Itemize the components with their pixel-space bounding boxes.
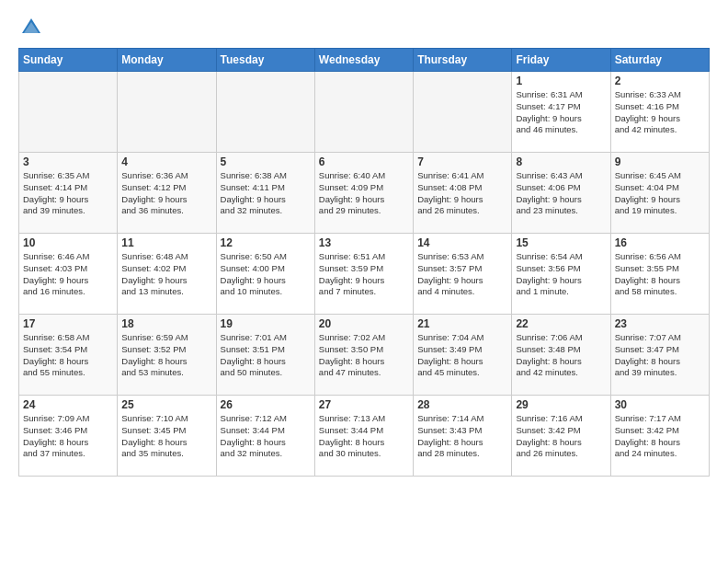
calendar-header-tuesday: Tuesday	[216, 49, 314, 72]
day-info: Sunrise: 6:35 AM Sunset: 4:14 PM Dayligh…	[23, 170, 113, 217]
calendar-cell: 18Sunrise: 6:59 AM Sunset: 3:52 PM Dayli…	[118, 315, 216, 396]
calendar-cell: 2Sunrise: 6:33 AM Sunset: 4:16 PM Daylig…	[610, 72, 709, 153]
calendar-cell: 29Sunrise: 7:16 AM Sunset: 3:42 PM Dayli…	[512, 396, 610, 477]
day-info: Sunrise: 6:43 AM Sunset: 4:06 PM Dayligh…	[516, 170, 606, 217]
calendar-cell: 8Sunrise: 6:43 AM Sunset: 4:06 PM Daylig…	[512, 153, 610, 234]
calendar-cell: 27Sunrise: 7:13 AM Sunset: 3:44 PM Dayli…	[314, 396, 413, 477]
day-number: 25	[121, 398, 211, 411]
day-number: 22	[516, 317, 606, 330]
day-info: Sunrise: 6:41 AM Sunset: 4:08 PM Dayligh…	[417, 170, 507, 217]
page: SundayMondayTuesdayWednesdayThursdayFrid…	[0, 0, 728, 563]
day-number: 14	[417, 236, 507, 249]
day-number: 16	[615, 236, 705, 249]
calendar-header-friday: Friday	[512, 49, 610, 72]
calendar-cell	[19, 72, 118, 153]
day-info: Sunrise: 6:54 AM Sunset: 3:56 PM Dayligh…	[516, 251, 606, 298]
calendar-cell: 30Sunrise: 7:17 AM Sunset: 3:42 PM Dayli…	[610, 396, 709, 477]
day-number: 26	[221, 398, 311, 411]
day-number: 24	[23, 398, 113, 411]
logo	[18, 15, 48, 40]
calendar-cell: 11Sunrise: 6:48 AM Sunset: 4:02 PM Dayli…	[118, 234, 216, 315]
day-number: 5	[221, 155, 311, 168]
calendar-cell: 9Sunrise: 6:45 AM Sunset: 4:04 PM Daylig…	[610, 153, 709, 234]
day-info: Sunrise: 7:02 AM Sunset: 3:50 PM Dayligh…	[319, 332, 409, 379]
day-number: 7	[417, 155, 507, 168]
day-number: 9	[615, 155, 705, 168]
day-info: Sunrise: 7:10 AM Sunset: 3:45 PM Dayligh…	[121, 413, 211, 460]
calendar-cell: 13Sunrise: 6:51 AM Sunset: 3:59 PM Dayli…	[314, 234, 413, 315]
day-info: Sunrise: 7:16 AM Sunset: 3:42 PM Dayligh…	[516, 413, 606, 460]
day-number: 10	[23, 236, 113, 249]
day-number: 6	[319, 155, 409, 168]
day-number: 27	[319, 398, 409, 411]
day-info: Sunrise: 6:40 AM Sunset: 4:09 PM Dayligh…	[319, 170, 409, 217]
day-info: Sunrise: 6:50 AM Sunset: 4:00 PM Dayligh…	[221, 251, 311, 298]
day-number: 4	[121, 155, 211, 168]
day-info: Sunrise: 6:45 AM Sunset: 4:04 PM Dayligh…	[615, 170, 705, 217]
day-info: Sunrise: 7:07 AM Sunset: 3:47 PM Dayligh…	[615, 332, 705, 379]
day-info: Sunrise: 6:59 AM Sunset: 3:52 PM Dayligh…	[121, 332, 211, 379]
calendar-cell: 3Sunrise: 6:35 AM Sunset: 4:14 PM Daylig…	[19, 153, 118, 234]
day-number: 2	[615, 75, 705, 87]
calendar-cell: 14Sunrise: 6:53 AM Sunset: 3:57 PM Dayli…	[414, 234, 512, 315]
calendar-cell	[314, 72, 413, 153]
day-info: Sunrise: 6:33 AM Sunset: 4:16 PM Dayligh…	[615, 89, 705, 136]
day-number: 12	[221, 236, 311, 249]
day-number: 3	[23, 155, 113, 168]
day-number: 28	[417, 398, 507, 411]
day-number: 15	[516, 236, 606, 249]
logo-icon	[18, 15, 44, 40]
calendar-week-2: 10Sunrise: 6:46 AM Sunset: 4:03 PM Dayli…	[19, 234, 710, 315]
day-info: Sunrise: 6:53 AM Sunset: 3:57 PM Dayligh…	[417, 251, 507, 298]
calendar-header-thursday: Thursday	[414, 49, 512, 72]
day-info: Sunrise: 6:46 AM Sunset: 4:03 PM Dayligh…	[23, 251, 113, 298]
calendar-cell: 6Sunrise: 6:40 AM Sunset: 4:09 PM Daylig…	[314, 153, 413, 234]
calendar: SundayMondayTuesdayWednesdayThursdayFrid…	[18, 48, 710, 477]
calendar-cell	[216, 72, 314, 153]
calendar-week-0: 1Sunrise: 6:31 AM Sunset: 4:17 PM Daylig…	[19, 72, 710, 153]
calendar-cell: 7Sunrise: 6:41 AM Sunset: 4:08 PM Daylig…	[414, 153, 512, 234]
day-number: 29	[516, 398, 606, 411]
header	[18, 15, 710, 40]
calendar-week-3: 17Sunrise: 6:58 AM Sunset: 3:54 PM Dayli…	[19, 315, 710, 396]
day-info: Sunrise: 7:14 AM Sunset: 3:43 PM Dayligh…	[417, 413, 507, 460]
day-info: Sunrise: 7:17 AM Sunset: 3:42 PM Dayligh…	[615, 413, 705, 460]
calendar-header-row: SundayMondayTuesdayWednesdayThursdayFrid…	[19, 49, 710, 72]
calendar-cell: 17Sunrise: 6:58 AM Sunset: 3:54 PM Dayli…	[19, 315, 118, 396]
day-info: Sunrise: 6:51 AM Sunset: 3:59 PM Dayligh…	[319, 251, 409, 298]
calendar-cell: 23Sunrise: 7:07 AM Sunset: 3:47 PM Dayli…	[610, 315, 709, 396]
day-number: 23	[615, 317, 705, 330]
day-info: Sunrise: 7:04 AM Sunset: 3:49 PM Dayligh…	[417, 332, 507, 379]
calendar-header-monday: Monday	[118, 49, 216, 72]
calendar-header-saturday: Saturday	[610, 49, 709, 72]
calendar-cell: 26Sunrise: 7:12 AM Sunset: 3:44 PM Dayli…	[216, 396, 314, 477]
calendar-cell: 16Sunrise: 6:56 AM Sunset: 3:55 PM Dayli…	[610, 234, 709, 315]
day-info: Sunrise: 6:38 AM Sunset: 4:11 PM Dayligh…	[221, 170, 311, 217]
calendar-cell: 20Sunrise: 7:02 AM Sunset: 3:50 PM Dayli…	[314, 315, 413, 396]
calendar-cell: 28Sunrise: 7:14 AM Sunset: 3:43 PM Dayli…	[414, 396, 512, 477]
day-info: Sunrise: 7:09 AM Sunset: 3:46 PM Dayligh…	[23, 413, 113, 460]
day-number: 20	[319, 317, 409, 330]
day-number: 8	[516, 155, 606, 168]
day-info: Sunrise: 6:31 AM Sunset: 4:17 PM Dayligh…	[516, 89, 606, 136]
calendar-week-1: 3Sunrise: 6:35 AM Sunset: 4:14 PM Daylig…	[19, 153, 710, 234]
calendar-cell: 5Sunrise: 6:38 AM Sunset: 4:11 PM Daylig…	[216, 153, 314, 234]
day-info: Sunrise: 6:48 AM Sunset: 4:02 PM Dayligh…	[121, 251, 211, 298]
calendar-header-wednesday: Wednesday	[314, 49, 413, 72]
day-number: 17	[23, 317, 113, 330]
day-number: 11	[121, 236, 211, 249]
calendar-cell	[118, 72, 216, 153]
day-info: Sunrise: 7:01 AM Sunset: 3:51 PM Dayligh…	[221, 332, 311, 379]
calendar-cell: 12Sunrise: 6:50 AM Sunset: 4:00 PM Dayli…	[216, 234, 314, 315]
day-number: 30	[615, 398, 705, 411]
calendar-cell: 15Sunrise: 6:54 AM Sunset: 3:56 PM Dayli…	[512, 234, 610, 315]
calendar-week-4: 24Sunrise: 7:09 AM Sunset: 3:46 PM Dayli…	[19, 396, 710, 477]
day-info: Sunrise: 6:58 AM Sunset: 3:54 PM Dayligh…	[23, 332, 113, 379]
day-info: Sunrise: 6:36 AM Sunset: 4:12 PM Dayligh…	[121, 170, 211, 217]
calendar-cell: 1Sunrise: 6:31 AM Sunset: 4:17 PM Daylig…	[512, 72, 610, 153]
day-info: Sunrise: 7:13 AM Sunset: 3:44 PM Dayligh…	[319, 413, 409, 460]
calendar-cell	[414, 72, 512, 153]
calendar-cell: 19Sunrise: 7:01 AM Sunset: 3:51 PM Dayli…	[216, 315, 314, 396]
calendar-cell: 21Sunrise: 7:04 AM Sunset: 3:49 PM Dayli…	[414, 315, 512, 396]
day-number: 21	[417, 317, 507, 330]
